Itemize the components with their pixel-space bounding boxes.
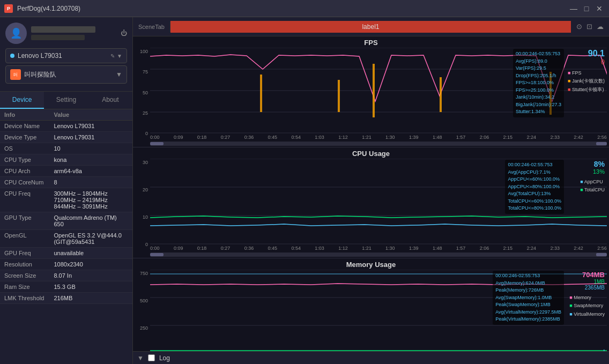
row-value: 15.3 GB <box>54 284 128 290</box>
cpu-chart-section: CPU Usage 30 20 10 0 <box>133 147 609 258</box>
target-icon[interactable]: ⊙ <box>576 23 582 31</box>
mem-stat-virt-avg: Avg(VirtualMemory):2297.5MB <box>495 309 561 316</box>
fps-chart-container: 100 75 50 25 0 <box>133 48 609 147</box>
device-dot <box>10 54 14 58</box>
cpu-y-30: 30 <box>143 160 148 165</box>
memory-chart-inner: 00:00:246-02:55:753 Avg(Memory):624.0MB … <box>150 270 607 351</box>
close-button[interactable]: ✕ <box>594 3 605 14</box>
right-content: SceneTab label1 ⊙ ⊡ ☁ FPS 100 75 50 25 <box>133 17 609 364</box>
charts-area: FPS 100 75 50 25 0 <box>133 36 609 351</box>
fps-y-0: 0 <box>145 131 148 136</box>
table-row: GPU TypeQualcomm Adreno (TM) 650 <box>0 212 132 230</box>
row-value: unavailable <box>54 250 128 256</box>
table-row: CPU Freq300MHz – 1804MHz710MHz – 2419MHz… <box>0 188 132 212</box>
row-key: LMK Threshold <box>4 295 54 301</box>
cpu-y-0: 0 <box>145 242 148 247</box>
table-row: Resolution1080x2340 <box>0 259 132 270</box>
cpu-stat-total-le60: TotalCPU<=60%:100.0% <box>508 198 561 205</box>
tab-device[interactable]: Device <box>0 92 44 109</box>
mem-stat-time: 00:00:246-02:55:753 <box>495 272 561 280</box>
mem-y-750: 750 <box>140 271 148 276</box>
edit-icon[interactable]: ✎ <box>110 53 115 59</box>
scene-tab-active[interactable]: label1 <box>170 21 571 33</box>
tab-about[interactable]: About <box>88 92 132 109</box>
profile-info <box>31 26 116 40</box>
profile-area: 👤 ⏻ Lenovo L79031 ✎ ▼ 叫 <box>0 17 132 92</box>
app-icon-text: 叫 <box>13 72 18 78</box>
table-row: CPU Typekona <box>0 154 132 166</box>
memory-chart-title: Memory Usage <box>133 258 609 270</box>
col-info: Info <box>4 112 54 118</box>
table-row: Ram Size15.3 GB <box>0 281 132 293</box>
fps-stat-avg: Avg(FPS):89.0 <box>516 58 561 65</box>
cpu-stat-total-le80: TotalCPU<=80%:100.0% <box>508 205 561 212</box>
fps-y-100: 100 <box>140 49 148 54</box>
app-name: 叫叫探险队 <box>24 70 113 79</box>
app-selector[interactable]: 叫 叫叫探险队 ▼ <box>5 65 127 84</box>
memory-legend: ■ Memory ■ SwapMemory ■ VirtualMemory <box>569 294 605 318</box>
row-key: GPU Type <box>4 214 54 227</box>
row-value: arm64-v8a <box>54 168 128 174</box>
power-icon[interactable]: ⏻ <box>121 29 127 37</box>
mem-stat-peak: Peak(Memory):726MB <box>495 287 561 294</box>
app-icon-box: 叫 <box>10 69 21 80</box>
row-key: Resolution <box>4 261 54 268</box>
row-key: CPU CoreNum <box>4 179 54 185</box>
log-label: Log <box>159 354 170 362</box>
mem-virt-value: 2365MB <box>585 285 605 291</box>
cloud-icon[interactable]: ☁ <box>597 23 604 31</box>
mem-stat-swap-avg: Avg(SwapMemory):1.0MB <box>495 294 561 302</box>
info-rows-container: Device NameLenovo L79031Device TypeLenov… <box>0 121 132 304</box>
app-chevron-icon[interactable]: ▼ <box>116 71 122 78</box>
folder-icon[interactable]: ⊡ <box>586 23 592 31</box>
profile-name <box>31 26 95 33</box>
maximize-button[interactable]: □ <box>581 3 592 14</box>
cpu-scrollbar[interactable] <box>150 252 607 257</box>
scene-tab-label[interactable]: SceneTab <box>133 21 170 32</box>
mem-current-value: 704MB <box>582 271 605 279</box>
mem-legend-memory: ■ Memory <box>569 294 605 302</box>
row-value: Lenovo L79031 <box>54 134 128 140</box>
table-row: GPU Frequnavailable <box>0 248 132 259</box>
cpu-stat-le80: AppCPU<=80%:100.0% <box>508 183 561 191</box>
sidebar-tabs: Device Setting About <box>0 92 132 109</box>
minimize-button[interactable]: — <box>568 3 579 14</box>
fps-chart-inner: 00:00:246-02:55:753 Avg(FPS):89.0 Var(FP… <box>150 48 607 147</box>
bottom-arrow-icon[interactable]: ▼ <box>137 354 144 362</box>
cpu-stat-le60: AppCPU<=60%:100.0% <box>508 176 561 183</box>
cpu-chart-inner: 00:00:246-02:55:753 Avg(AppCPU):7.1% App… <box>150 159 607 258</box>
cpu-chart-container: 30 20 10 0 <box>133 159 609 258</box>
add-icon[interactable]: + <box>601 347 607 351</box>
row-key: Device Name <box>4 123 54 129</box>
info-table: Info Value Device NameLenovo L79031Devic… <box>0 109 132 304</box>
fps-stat-18: FPS>=18:100.0% <box>516 79 561 87</box>
tab-setting[interactable]: Setting <box>44 92 88 109</box>
avatar: 👤 <box>5 23 27 44</box>
log-checkbox[interactable] <box>148 354 155 361</box>
fps-scrollbar[interactable] <box>150 142 607 146</box>
cpu-stat-avg-total: Avg(TotalCPU):13% <box>508 190 561 198</box>
fps-current-value: 90.1 <box>588 49 605 58</box>
memory-chart-section: Memory Usage 750 500 250 0 <box>133 258 609 351</box>
fps-stat-bigjank: BigJank(/10min):27.3 <box>516 101 561 109</box>
row-key: OS <box>4 145 54 152</box>
fps-chart-title: FPS <box>133 36 609 48</box>
row-value: 10 <box>54 145 128 152</box>
device-selector[interactable]: Lenovo L79031 ✎ ▼ <box>5 48 127 63</box>
window-controls: — □ ✕ <box>568 3 605 14</box>
fps-stat-jank: Jank(/10min):34.2 <box>516 94 561 101</box>
cpu-app-value: 8% <box>594 160 605 168</box>
mem-swap-value: 1MB <box>593 279 605 285</box>
cpu-legend: ■ AppCPU ■ TotalCPU <box>580 178 605 195</box>
mem-stat-swap-peak: Peak(SwapMemory):1MB <box>495 301 561 309</box>
device-name: Lenovo L79031 <box>18 52 107 60</box>
row-value: 8 <box>54 179 128 185</box>
table-row: OpenGLOpenGL ES 3.2 V@444.0 (GIT@59a5431 <box>0 230 132 248</box>
fps-legend-fps: ■ FPS <box>568 69 605 77</box>
mem-stat-avg: Avg(Memory):624.0MB <box>495 280 561 287</box>
table-row: CPU Archarm64-v8a <box>0 166 132 177</box>
chevron-down-icon[interactable]: ▼ <box>117 53 122 59</box>
titlebar: P PerfDog(v4.1.200708) — □ ✕ <box>0 0 609 17</box>
fps-y-75: 75 <box>143 69 148 75</box>
row-key: CPU Arch <box>4 168 54 174</box>
